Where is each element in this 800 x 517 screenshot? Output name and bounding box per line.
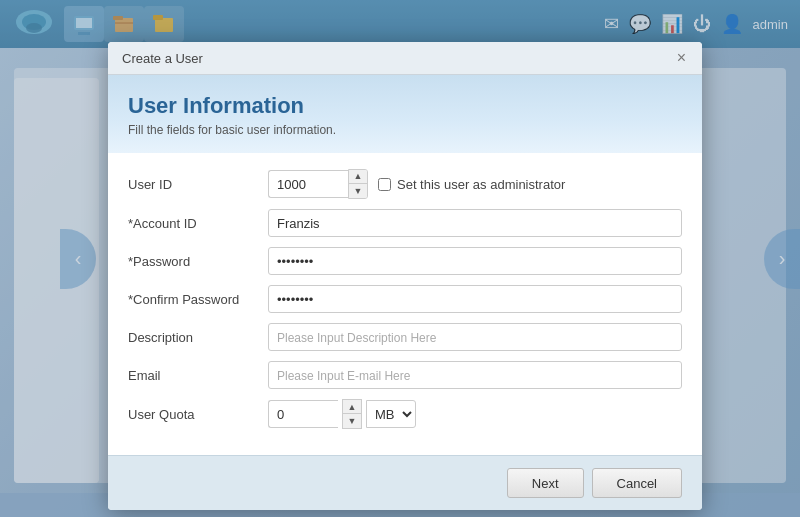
modal-header: User Information Fill the fields for bas… bbox=[108, 75, 702, 153]
modal-close-button[interactable]: × bbox=[675, 50, 688, 66]
password-row: *Password bbox=[128, 247, 682, 275]
description-label: Description bbox=[128, 330, 268, 345]
account-id-input[interactable] bbox=[268, 209, 682, 237]
quota-input[interactable] bbox=[268, 400, 338, 428]
modal-titlebar: Create a User × bbox=[108, 42, 702, 75]
modal-title: Create a User bbox=[122, 51, 203, 66]
quota-decrement[interactable]: ▼ bbox=[343, 414, 361, 428]
user-id-spinner: ▲ ▼ bbox=[268, 169, 368, 199]
email-label: Email bbox=[128, 368, 268, 383]
email-input[interactable] bbox=[268, 361, 682, 389]
password-input[interactable] bbox=[268, 247, 682, 275]
user-quota-label: User Quota bbox=[128, 407, 268, 422]
confirm-password-row: *Confirm Password bbox=[128, 285, 682, 313]
quota-increment[interactable]: ▲ bbox=[343, 400, 361, 414]
modal-header-title: User Information bbox=[128, 93, 682, 119]
password-label: *Password bbox=[128, 254, 268, 269]
user-id-input[interactable] bbox=[268, 170, 348, 198]
email-row: Email bbox=[128, 361, 682, 389]
quota-wrap: ▲ ▼ MB GB TB bbox=[268, 399, 416, 429]
account-id-label: *Account ID bbox=[128, 216, 268, 231]
cancel-button[interactable]: Cancel bbox=[592, 468, 682, 498]
quota-unit-select[interactable]: MB GB TB bbox=[366, 400, 416, 428]
user-id-spinner-buttons: ▲ ▼ bbox=[348, 169, 368, 199]
modal-body: User ID ▲ ▼ Set this user as administrat… bbox=[108, 153, 702, 455]
description-row: Description bbox=[128, 323, 682, 351]
modal-header-subtitle: Fill the fields for basic user informati… bbox=[128, 123, 682, 137]
user-quota-row: User Quota ▲ ▼ MB GB TB bbox=[128, 399, 682, 429]
user-id-increment[interactable]: ▲ bbox=[349, 170, 367, 184]
admin-checkbox-text: Set this user as administrator bbox=[397, 177, 565, 192]
confirm-password-label: *Confirm Password bbox=[128, 292, 268, 307]
user-id-label: User ID bbox=[128, 177, 268, 192]
create-user-modal: Create a User × User Information Fill th… bbox=[108, 42, 702, 510]
account-id-row: *Account ID bbox=[128, 209, 682, 237]
description-input[interactable] bbox=[268, 323, 682, 351]
admin-checkbox-label[interactable]: Set this user as administrator bbox=[378, 177, 565, 192]
next-button[interactable]: Next bbox=[507, 468, 584, 498]
user-id-decrement[interactable]: ▼ bbox=[349, 184, 367, 198]
user-id-row: User ID ▲ ▼ Set this user as administrat… bbox=[128, 169, 682, 199]
quota-spinner: ▲ ▼ bbox=[342, 399, 362, 429]
confirm-password-input[interactable] bbox=[268, 285, 682, 313]
modal-footer: Next Cancel bbox=[108, 455, 702, 510]
admin-checkbox[interactable] bbox=[378, 178, 391, 191]
